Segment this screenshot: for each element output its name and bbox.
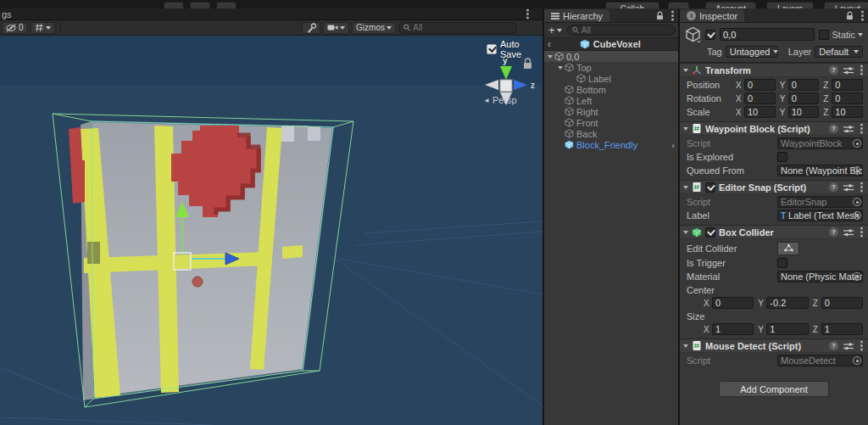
presets-icon[interactable] bbox=[843, 342, 854, 350]
hierarchy-search-field[interactable] bbox=[567, 25, 676, 36]
queued-from-object-field[interactable]: None (Waypoint Blc bbox=[777, 165, 863, 176]
help-icon[interactable]: ? bbox=[829, 227, 838, 237]
size-x-field[interactable]: 1 bbox=[712, 323, 754, 335]
pause-button[interactable] bbox=[190, 2, 210, 8]
hierarchy-item-left[interactable]: Left bbox=[544, 95, 678, 106]
persp-arrow-icon[interactable]: ◄ bbox=[483, 97, 490, 104]
edit-collider-button[interactable] bbox=[777, 242, 799, 255]
foldout-open-icon[interactable] bbox=[556, 66, 565, 70]
object-picker-icon[interactable] bbox=[853, 166, 861, 175]
layer-dropdown[interactable]: Default bbox=[815, 46, 863, 58]
auto-save-toggle[interactable]: Auto Save bbox=[487, 39, 542, 59]
is-explored-checkbox[interactable] bbox=[777, 152, 787, 162]
transform-header[interactable]: Transform ? bbox=[680, 63, 868, 77]
script-object-field[interactable]: MouseDetect bbox=[777, 355, 863, 366]
gameobject-name-input[interactable] bbox=[723, 30, 811, 40]
prefab-open-icon[interactable]: › bbox=[671, 140, 675, 150]
is-trigger-checkbox[interactable] bbox=[777, 258, 787, 268]
inspector-menu-icon[interactable] bbox=[861, 14, 864, 17]
help-icon[interactable]: ? bbox=[829, 341, 838, 350]
waypoint-block-header[interactable]: Waypoint Block (Script) ? bbox=[680, 121, 868, 136]
object-picker-icon[interactable] bbox=[853, 198, 861, 206]
gameobject-cube-icon[interactable] bbox=[685, 26, 701, 42]
rotation-y-field[interactable]: 0 bbox=[788, 92, 820, 104]
hierarchy-item-bottom[interactable]: Bottom bbox=[544, 84, 678, 95]
editor-snap-enabled-checkbox[interactable] bbox=[705, 182, 715, 193]
create-object-button[interactable]: + bbox=[547, 26, 564, 35]
inspector-lock-button[interactable] bbox=[843, 8, 857, 22]
voxel-cube[interactable] bbox=[69, 121, 333, 400]
mouse-detect-header[interactable]: Mouse Detect (Script) ? bbox=[680, 338, 868, 353]
presets-icon[interactable] bbox=[843, 183, 854, 192]
component-menu-icon[interactable] bbox=[860, 186, 863, 188]
cloud-button[interactable] bbox=[668, 2, 689, 8]
add-component-button[interactable]: Add Component bbox=[719, 381, 829, 397]
account-button[interactable]: Account bbox=[705, 2, 756, 8]
scene-search-field[interactable] bbox=[398, 22, 517, 34]
object-picker-icon[interactable] bbox=[853, 211, 861, 220]
auto-save-checkbox[interactable] bbox=[487, 44, 497, 54]
material-object-field[interactable]: None (Physic Mater bbox=[777, 271, 863, 282]
hierarchy-item-block-friendly[interactable]: Block_Friendly › bbox=[544, 139, 678, 150]
rotation-z-field[interactable]: 0 bbox=[832, 92, 863, 104]
presets-icon[interactable] bbox=[843, 125, 854, 133]
label-object-field[interactable]: T Label (Text Mesh bbox=[777, 210, 863, 221]
static-checkbox[interactable] bbox=[819, 30, 829, 40]
hierarchy-item-front[interactable]: Front bbox=[544, 117, 678, 128]
hierarchy-item-right[interactable]: Right bbox=[544, 106, 678, 117]
size-y-field[interactable]: 1 bbox=[766, 323, 808, 335]
foldout-open-icon[interactable] bbox=[683, 186, 688, 189]
foldout-open-icon[interactable] bbox=[546, 55, 554, 59]
hierarchy-item-0-0[interactable]: 0,0 bbox=[544, 51, 678, 62]
gameobject-active-checkbox[interactable] bbox=[705, 30, 715, 40]
hierarchy-item-label[interactable]: Label bbox=[544, 73, 678, 84]
component-menu-icon[interactable] bbox=[860, 127, 863, 130]
component-menu-icon[interactable] bbox=[860, 69, 863, 71]
object-picker-icon[interactable] bbox=[853, 356, 861, 365]
gizmo-center-cube[interactable] bbox=[500, 80, 512, 92]
gameobject-name-field[interactable] bbox=[720, 28, 815, 41]
component-menu-icon[interactable] bbox=[860, 231, 863, 233]
scene-visibility-toggle[interactable]: 0 bbox=[2, 22, 28, 34]
prefab-context-bar[interactable]: ‹ CubeVoxel bbox=[544, 38, 678, 51]
foldout-open-icon[interactable] bbox=[683, 231, 688, 234]
gizmos-dropdown[interactable]: Gizmos bbox=[352, 22, 396, 34]
scene-search-input[interactable] bbox=[413, 23, 512, 32]
layers-button[interactable]: Layers bbox=[766, 2, 814, 8]
editor-snap-header[interactable]: Editor Snap (Script) ? bbox=[680, 180, 868, 194]
position-y-field[interactable]: 0 bbox=[788, 79, 820, 91]
camera-settings-button[interactable] bbox=[323, 22, 349, 34]
box-collider-header[interactable]: Box Collider ? bbox=[680, 225, 868, 239]
layout-button[interactable]: Layout bbox=[824, 2, 868, 8]
tool-settings-button[interactable] bbox=[302, 22, 320, 34]
tab-inspector[interactable]: i Inspector bbox=[680, 9, 744, 22]
script-object-field[interactable]: WaypointBlock bbox=[777, 137, 863, 149]
help-icon[interactable]: ? bbox=[829, 124, 838, 133]
script-object-field[interactable]: EditorSnap bbox=[777, 196, 863, 208]
static-toggle[interactable]: Static bbox=[819, 30, 863, 40]
box-collider-enabled-checkbox[interactable] bbox=[705, 227, 715, 238]
scene-tab-label-fragment[interactable]: gs bbox=[2, 9, 12, 20]
back-arrow-icon[interactable]: ‹ bbox=[548, 38, 551, 50]
persp-label[interactable]: Persp bbox=[492, 95, 517, 105]
grid-visibility-toggle[interactable] bbox=[31, 22, 55, 34]
foldout-open-icon[interactable] bbox=[683, 344, 688, 348]
hierarchy-search-input[interactable] bbox=[581, 25, 670, 35]
scene-viewport[interactable]: y z ◄ Persp Auto bbox=[0, 36, 542, 425]
foldout-open-icon[interactable] bbox=[683, 69, 688, 72]
hierarchy-lock-button[interactable] bbox=[653, 8, 667, 22]
help-icon[interactable]: ? bbox=[829, 182, 838, 192]
help-icon[interactable]: ? bbox=[829, 65, 838, 75]
hierarchy-item-top[interactable]: Top bbox=[544, 62, 678, 73]
object-picker-icon[interactable] bbox=[853, 272, 861, 281]
foldout-open-icon[interactable] bbox=[683, 127, 688, 131]
step-button[interactable] bbox=[216, 2, 236, 8]
hierarchy-item-back[interactable]: Back bbox=[544, 128, 678, 139]
center-x-field[interactable]: 0 bbox=[712, 297, 754, 309]
object-picker-icon[interactable] bbox=[853, 139, 861, 148]
position-x-field[interactable]: 0 bbox=[744, 79, 776, 91]
scene-menu-icon[interactable] bbox=[526, 13, 529, 15]
hierarchy-menu-icon[interactable] bbox=[671, 14, 674, 17]
presets-icon[interactable] bbox=[843, 228, 854, 237]
tag-dropdown[interactable]: Untagged bbox=[726, 46, 778, 58]
